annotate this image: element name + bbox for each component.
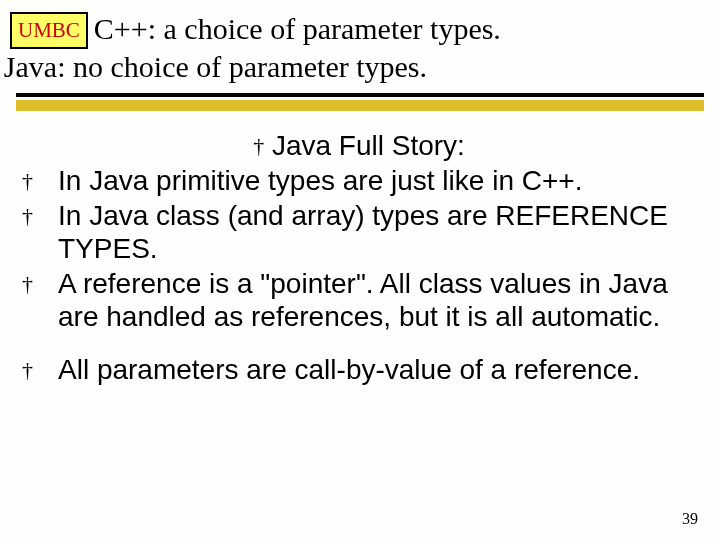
dagger-icon: † bbox=[20, 164, 58, 197]
bullet-text: A reference is a "pointer". All class va… bbox=[58, 267, 698, 333]
bullet-text: In Java primitive types are just like in… bbox=[58, 164, 698, 197]
dagger-icon: † bbox=[20, 199, 58, 265]
page-number: 39 bbox=[682, 510, 698, 528]
title-line-2: Java: no choice of parameter types. bbox=[4, 48, 427, 86]
bullet-text: In Java class (and array) types are REFE… bbox=[58, 199, 698, 265]
divider-rules bbox=[16, 93, 704, 111]
lead-text: Java Full Story: bbox=[272, 130, 465, 161]
final-row: † All parameters are call-by-value of a … bbox=[20, 353, 698, 386]
divider-gold bbox=[16, 100, 704, 111]
bullet-row: † In Java primitive types are just like … bbox=[20, 164, 698, 197]
slide-title: C++: a choice of parameter types. Java: … bbox=[94, 10, 517, 85]
lead-line: † Java Full Story: bbox=[20, 129, 698, 162]
title-line-1: C++: a choice of parameter types. bbox=[94, 10, 517, 48]
final-text: All parameters are call-by-value of a re… bbox=[58, 353, 698, 386]
umbc-logo: UMBC bbox=[10, 12, 88, 49]
slide-body: † Java Full Story: † In Java primitive t… bbox=[0, 111, 720, 386]
bullet-row: † A reference is a "pointer". All class … bbox=[20, 267, 698, 333]
bullet-row: † In Java class (and array) types are RE… bbox=[20, 199, 698, 265]
dagger-icon: † bbox=[20, 353, 58, 386]
dagger-icon: † bbox=[253, 133, 264, 158]
dagger-icon: † bbox=[20, 267, 58, 333]
slide-header: UMBC C++: a choice of parameter types. J… bbox=[0, 0, 720, 85]
